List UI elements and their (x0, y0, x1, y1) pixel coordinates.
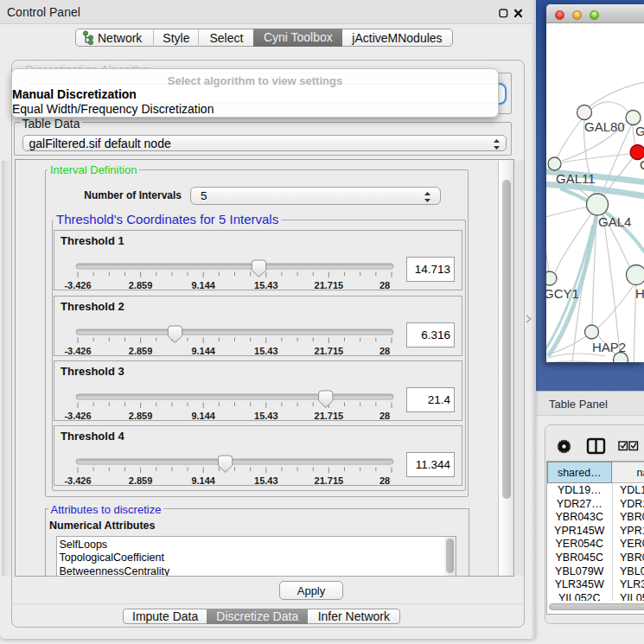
svg-text:GCY1: GCY1 (546, 286, 579, 301)
svg-text:21.715: 21.715 (315, 280, 344, 290)
svg-text:GAL80: GAL80 (584, 119, 625, 134)
svg-text:15.43: 15.43 (254, 280, 278, 290)
svg-text:2.859: 2.859 (129, 346, 153, 356)
svg-text:28: 28 (379, 346, 390, 356)
svg-text:HI: HI (635, 286, 644, 301)
svg-text:21.715: 21.715 (315, 346, 344, 356)
svg-text:-3.426: -3.426 (64, 475, 91, 486)
svg-text:21.715: 21.715 (315, 411, 344, 421)
svg-text:G: G (640, 157, 644, 172)
svg-text:21.715: 21.715 (315, 475, 344, 486)
svg-text:-3.426: -3.426 (64, 280, 91, 290)
svg-text:15.43: 15.43 (254, 411, 278, 421)
svg-text:-3.426: -3.426 (64, 346, 91, 356)
svg-text:GAL4: GAL4 (598, 214, 631, 229)
svg-text:2.859: 2.859 (129, 475, 153, 486)
svg-text:9.144: 9.144 (191, 280, 215, 290)
svg-text:15.43: 15.43 (254, 346, 278, 356)
svg-text:28: 28 (379, 411, 390, 421)
svg-text:GA: GA (635, 124, 644, 138)
svg-text:2.859: 2.859 (129, 280, 153, 290)
svg-text:GAL11: GAL11 (556, 171, 596, 186)
svg-text:28: 28 (379, 280, 390, 290)
svg-text:HAP2: HAP2 (592, 340, 626, 354)
svg-text:9.144: 9.144 (191, 346, 215, 356)
svg-text:9.144: 9.144 (191, 411, 215, 421)
svg-text:28: 28 (379, 475, 390, 486)
svg-text:-3.426: -3.426 (64, 411, 91, 421)
svg-text:9.144: 9.144 (191, 475, 215, 486)
svg-text:2.859: 2.859 (129, 411, 153, 421)
svg-text:15.43: 15.43 (254, 475, 278, 486)
